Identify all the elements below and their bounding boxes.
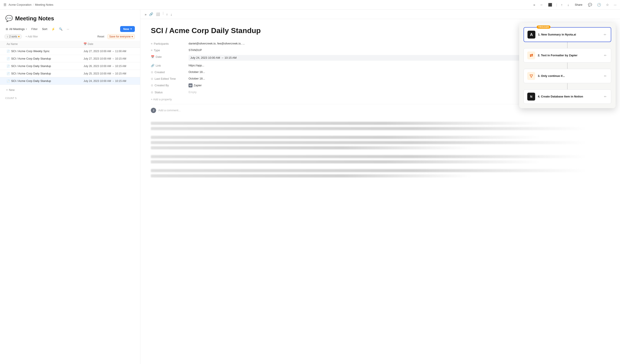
layout-icon[interactable]: ⬛ (547, 2, 553, 8)
body-line-8 (151, 169, 587, 172)
column-header-name: Aa Name (5, 41, 82, 47)
next-page-icon[interactable]: ↓ (170, 11, 173, 17)
doc-icon: 📄 (7, 72, 10, 75)
doc-nav-icons: » 🔗 ⬜ | ↑ ↓ (144, 11, 173, 17)
row-date: July 27, 2023 10:00 AM → 10:15 AM (82, 55, 135, 62)
breadcrumb-separator: / (33, 3, 34, 6)
prop-label-3: 🔗 Link (151, 64, 186, 67)
add-filter-button[interactable]: + Add filter (24, 34, 40, 39)
prop-icon-7: ⊙ (151, 91, 153, 94)
add-new-row-button[interactable]: + New (5, 87, 16, 92)
body-line-7 (151, 160, 541, 163)
expand-icon[interactable]: » (532, 2, 536, 7)
history-icon[interactable]: 🕐 (596, 2, 602, 8)
save-label: Save for everyone (109, 35, 131, 38)
row-date: July 27, 2023 10:00 AM → 11:00 AM (82, 47, 135, 55)
zap-step-icon-4: N (527, 93, 535, 101)
row-name: 📄 SCI / Acme Corp Daily Standup (5, 70, 82, 77)
body-line-6 (151, 155, 587, 158)
link-icon[interactable]: 🔗 (148, 11, 154, 17)
backlink-icon[interactable]: ← (539, 2, 544, 7)
column-header-date: 📅 Date (82, 41, 135, 47)
comment-icon[interactable]: 💬 (587, 2, 593, 8)
top-bar-actions: » ← ⬛ | ↑ ↓ Share 💬 🕐 ☆ ··· (532, 2, 617, 8)
prop-icon-4: ⊙ (151, 71, 153, 74)
prop-label-5: ⊙ Last Edited Time (151, 77, 186, 80)
prop-icon-1: ≡ (151, 49, 153, 52)
zap-step-3[interactable]: ▽ 3. Only continue if... ✏ (524, 69, 611, 83)
trigger-badge: Trigger (537, 25, 551, 29)
right-panel: » 🔗 ⬜ | ↑ ↓ SCI / Acme Corp Daily Standu… (140, 10, 620, 364)
comment-input[interactable]: Add a comment... (158, 109, 609, 112)
zap-edit-button-2[interactable]: ✏ (603, 53, 607, 58)
zap-step-content-1: 1. New Summary in Nyota.ai (538, 33, 600, 37)
doc-icon: 📄 (7, 50, 10, 53)
prop-icon-2: 📅 (151, 55, 154, 58)
nav-down-icon[interactable]: ↓ (567, 2, 570, 7)
date-col-icon: 📅 (84, 43, 87, 45)
zap-edit-button-1[interactable]: ✏ (603, 32, 607, 37)
plus-icon: + (6, 88, 8, 91)
prop-icon-3: 🔗 (151, 64, 154, 67)
add-property-button[interactable]: + Add a property (151, 96, 172, 102)
reset-button[interactable]: Reset (96, 34, 106, 39)
prop-label-6: ⊙ Created By (151, 84, 186, 87)
sorts-badge[interactable]: ↕ 2 sorts (4, 34, 22, 39)
new-button[interactable]: New ▾ (120, 26, 135, 32)
doc-icon: 📄 (7, 79, 10, 83)
view-label: All Meetings (9, 27, 25, 31)
save-dropdown-icon: ▾ (132, 35, 133, 38)
zap-step-title-1: 1. New Summary in Nyota.ai (538, 33, 600, 37)
zap-edit-button-3[interactable]: ✏ (603, 73, 607, 79)
sorts-indicator-dot (18, 36, 19, 37)
row-name: 📄 SCI / Acme Corp Weekly Sync (5, 47, 82, 55)
share-button[interactable]: Share (573, 2, 584, 7)
zap-connector-1 (567, 42, 568, 48)
save-for-everyone-button[interactable]: Save for everyone ▾ (108, 34, 135, 39)
nav-up-icon[interactable]: ↑ (560, 2, 564, 7)
table-row[interactable]: 📄 SCI / Acme Corp Daily Standup July 27,… (0, 55, 140, 62)
star-icon[interactable]: ☆ (605, 2, 610, 8)
panel-title-icon: 💬 (5, 15, 13, 22)
view-selector[interactable]: ⊞ All Meetings ▾ (4, 27, 28, 31)
sort-button[interactable]: Sort (41, 27, 49, 31)
table-row[interactable]: 📄 SCI / Acme Corp Daily Standup July 26,… (0, 62, 140, 70)
row-date: July 24, 2023 10:00 AM → 10:15 AM (82, 77, 135, 85)
body-line-4 (151, 141, 587, 144)
zap-step-title-4: 4. Create Database Item in Notion (538, 95, 601, 99)
workspace-name: Acme Corporation (9, 3, 31, 6)
main-layout: 💬 Meeting Notes ⊞ All Meetings ▾ Filter … (0, 10, 620, 364)
prop-icon-5: ⊙ (151, 77, 153, 80)
search-button[interactable]: 🔍 (58, 27, 64, 31)
zap-step-content-2: 2. Text in Formatter by Zapier (538, 54, 601, 57)
top-bar: ☰ Acme Corporation / Meeting Notes » ← ⬛… (0, 0, 620, 10)
row-name: 📄 SCI / Acme Corp Daily Standup (5, 77, 82, 85)
page-name: Meeting Notes (35, 3, 53, 6)
new-row-label: New (9, 88, 15, 91)
expand-sidebar-icon[interactable]: » (144, 11, 147, 17)
zapier-overlay: Trigger A 1. New Summary in Nyota.ai ✏ ⇄… (519, 23, 616, 108)
prev-page-icon[interactable]: ↑ (165, 11, 169, 17)
lightning-button[interactable]: ⚡ (50, 27, 56, 32)
zap-step-1[interactable]: Trigger A 1. New Summary in Nyota.ai ✏ (524, 27, 611, 42)
table-row[interactable]: 📄 SCI / Acme Corp Daily Standup July 25,… (0, 70, 140, 77)
table-row[interactable]: 📄 SCI / Acme Corp Daily Standup July 24,… (0, 77, 140, 85)
prop-label-2: 📅 Date (151, 55, 186, 58)
zap-step-2[interactable]: ⇄ 2. Text in Formatter by Zapier ✏ (524, 48, 611, 63)
table-row[interactable]: 📄 SCI / Acme Corp Weekly Sync July 27, 2… (0, 47, 140, 55)
menu-icon[interactable]: ☰ (3, 2, 7, 8)
zap-edit-button-4[interactable]: ✏ (603, 94, 607, 99)
more-icon[interactable]: ··· (613, 2, 617, 7)
page-title: Meeting Notes (15, 15, 54, 22)
full-page-icon[interactable]: ⬜ (155, 11, 161, 17)
filter-button[interactable]: Filter (30, 27, 39, 31)
zap-connector-2 (567, 63, 568, 69)
zap-step-icon-1: A (527, 31, 535, 39)
database-table: Aa Name 📅 Date 📄 SCI / Acme Corp Weekly … (0, 41, 140, 364)
zap-step-4[interactable]: N 4. Create Database Item in Notion ✏ (524, 89, 611, 104)
count-label: COUNT 5 (5, 97, 135, 100)
sorts-label: 2 sorts (9, 35, 17, 38)
more-button[interactable]: ··· (65, 27, 71, 31)
table-footer: + New (0, 85, 140, 95)
zap-connector-3 (567, 83, 568, 89)
